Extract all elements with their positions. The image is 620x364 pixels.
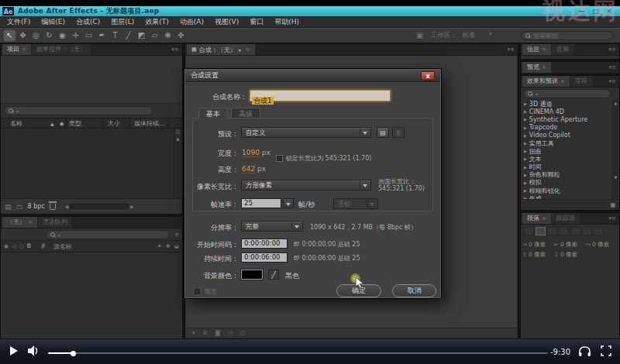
justify-last-left-button[interactable] [559,227,569,235]
dialog-titlebar[interactable]: 合成设置 x [185,70,440,82]
roto-brush-tool-icon[interactable]: ❋ [161,29,174,42]
panel-menu-icon[interactable]: ▾≡ [606,44,619,55]
tab-advanced[interactable]: 高级 [231,108,260,118]
menu-item-合成(C)[interactable]: 合成(C) [71,16,105,28]
tab-effect-controls[interactable]: 效果控件：（无） [32,44,91,55]
justify-all-button[interactable] [594,227,604,235]
close-icon[interactable]: × [22,46,26,53]
video-eye-icon[interactable]: ◉ [4,243,9,249]
tab-render-queue[interactable]: 渲染队列 [38,217,72,228]
minimize-icon[interactable]: — [579,7,585,16]
dialog-close-button[interactable]: x [421,71,435,81]
column-header-0[interactable]: 名称 [10,119,22,129]
comp-name-input[interactable]: 合成1 [250,90,391,101]
tab-character[interactable]: 字符 [570,76,592,87]
new-panel-icon[interactable]: ▦ [610,202,615,208]
effect-category[interactable]: ▶模糊和锐化 [521,187,614,194]
seek-handle[interactable] [71,351,76,356]
effect-category[interactable]: ▶Synthetic Aperture [521,115,614,123]
puppet-pin-tool-icon[interactable]: ✜ [174,29,188,42]
horizontal-scrollbar[interactable] [70,204,129,209]
eyedropper-icon[interactable]: ╱ [268,270,279,280]
audio-icon[interactable]: ◁ [12,243,16,249]
project-scrollbar[interactable]: 品▲ [174,129,181,198]
effect-category[interactable]: ▶模拟 [521,179,614,187]
timecode-icon[interactable]: ◷ [228,330,232,336]
tab-timeline-none[interactable]: （无）× [2,217,37,228]
indent-right-margin-field[interactable]: ⇤0 像素 [554,239,586,249]
panel-menu-icon[interactable]: ▾≡ [505,44,518,55]
seek-bar[interactable] [48,352,548,354]
framerate-input[interactable]: 25 [241,198,281,208]
pixel-aspect-dropdown[interactable]: 方形像素 [241,180,371,191]
project-item-list[interactable] [1,129,182,198]
tab-project[interactable]: 项目× [2,44,31,55]
effect-category[interactable]: ▶Video Copilot [521,132,614,139]
column-header-1[interactable]: 类型 [69,119,81,129]
expand-arrow-icon[interactable]: ▶ [524,117,527,122]
justify-last-center-button[interactable] [570,227,580,235]
tab-paragraph[interactable]: 段落× [522,213,551,224]
justify-last-right-button[interactable] [582,227,592,235]
close-icon[interactable]: × [28,219,33,225]
solo-icon[interactable]: ○ [19,243,24,249]
shy-icon[interactable]: ✦ [157,243,162,249]
workspace-dropdown[interactable]: 标准 ▾ [462,31,516,40]
width-value[interactable]: 1090 px [242,149,270,156]
volume-icon[interactable] [28,345,40,356]
rotation-tool-icon[interactable]: ↻ [43,29,56,42]
space-before-field[interactable]: ↥0 像素 [522,249,554,259]
preset-dropdown[interactable]: 自定义 [241,127,371,138]
selection-tool-icon[interactable]: ↖ [3,29,16,42]
menu-item-视图(V)[interactable]: 视图(V) [209,16,244,28]
menu-item-文件(F)[interactable]: 文件(F) [2,16,36,28]
framerate-dropdown-button[interactable] [283,198,294,208]
mask-visibility-icon[interactable]: ◙ [215,330,220,336]
scroll-right-icon[interactable]: ▶ [130,204,134,209]
timeline-layer-area[interactable] [1,252,182,338]
lock-aspect-checkbox[interactable] [276,155,283,162]
effect-category[interactable]: ▶杂色和颗粒 [521,171,614,179]
pen-tool-icon[interactable]: ✒ [95,29,108,42]
maximize-icon[interactable]: ▢ [593,7,599,16]
shape-tool-icon[interactable]: ▭ [82,29,95,42]
resolution-dropdown[interactable]: 完整 [241,221,303,232]
source-name-column-header[interactable]: 源名称 [53,242,72,251]
expand-arrow-icon[interactable]: ▶ [524,149,527,153]
panel-menu-icon[interactable]: ▾≡ [169,44,182,55]
pan-behind-tool-icon[interactable]: ✛ [69,29,82,42]
column-header-3[interactable]: 媒体持续… [134,119,165,129]
hand-tool-icon[interactable]: ✥ [16,29,29,42]
lock-icon[interactable]: ◘ [27,243,32,249]
menu-item-图层(L)[interactable]: 图层(L) [105,16,140,28]
trash-icon[interactable] [50,204,56,210]
expand-arrow-icon[interactable]: ▶ [524,125,527,130]
expand-arrow-icon[interactable]: ▶ [524,109,527,114]
menu-item-帮助(H)[interactable]: 帮助(H) [269,16,305,28]
duration-input[interactable]: 0:00:06:00 [241,252,288,263]
type-tool-icon[interactable]: T [108,29,122,42]
expand-arrow-icon[interactable]: ▶ [524,180,527,185]
expand-arrow-icon[interactable]: ▶ [524,188,527,193]
play-icon[interactable] [10,346,18,355]
brush-tool-icon[interactable]: ╱ [122,29,135,42]
tab-audio[interactable]: 音频 [552,44,574,55]
column-header-2[interactable]: 大小 [108,119,120,129]
tab-preview[interactable]: 预览× [522,62,551,73]
close-icon[interactable]: × [542,64,546,70]
motion-blur-icon[interactable]: ◒ [174,243,179,249]
new-folder-icon[interactable]: 🗀 [16,203,23,211]
align-right-button[interactable] [547,227,557,235]
menu-item-窗口[interactable]: 窗口 [244,16,269,28]
close-icon[interactable]: × [542,215,546,221]
frame-blend-icon[interactable]: ❖ [166,243,170,249]
expand-arrow-icon[interactable]: ▶ [524,173,527,177]
effect-category[interactable]: ▶Trapcode [521,124,614,132]
effect-category[interactable]: ▶扭曲 [521,147,614,155]
effect-category[interactable]: ▶文本 [521,155,614,163]
timeline-search-input[interactable]: ▾ [46,230,170,239]
cancel-button[interactable]: 取消 [392,284,436,297]
close-icon[interactable]: ✕ [606,7,611,16]
effects-scrollbar[interactable]: ▲▼ [612,100,618,199]
bg-color-swatch[interactable] [241,270,263,280]
